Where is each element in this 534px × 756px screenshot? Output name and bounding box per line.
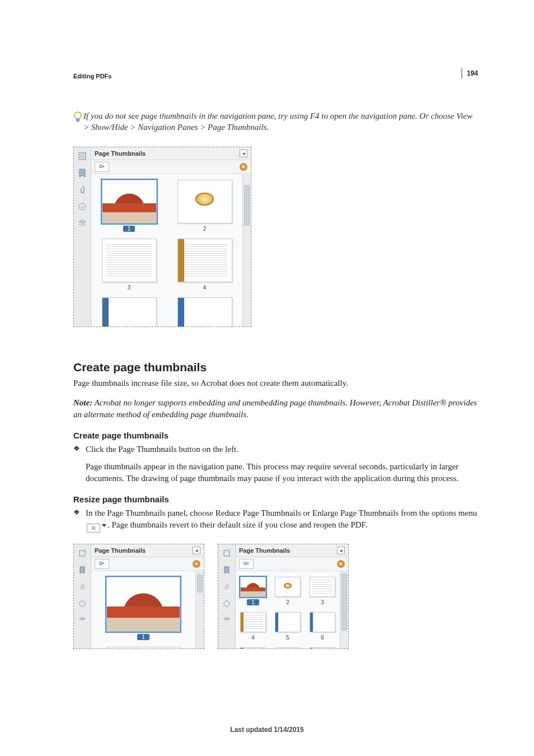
signatures-icon[interactable] bbox=[77, 598, 88, 609]
svg-point-9 bbox=[224, 601, 229, 606]
note-label: Note: bbox=[73, 398, 92, 407]
page-thumbnails-icon[interactable] bbox=[221, 548, 232, 559]
options-menu-icon[interactable]: ⧉▾ bbox=[239, 559, 254, 569]
signatures-icon[interactable] bbox=[221, 598, 232, 609]
panel-collapse-icon[interactable]: ◂ bbox=[193, 547, 200, 554]
nav-rail bbox=[74, 147, 91, 326]
page-thumbnails-icon[interactable] bbox=[77, 548, 88, 559]
page-thumbnail[interactable]: 6 bbox=[171, 297, 238, 326]
step-create-para: Page thumbnails appear in the navigation… bbox=[73, 461, 478, 484]
section-title-create: Create page thumbnails bbox=[73, 361, 478, 374]
step-create: Click the Page Thumbnails button on the … bbox=[73, 444, 478, 455]
page-thumbnail[interactable]: 9 bbox=[310, 647, 335, 648]
tip: If you do not see page thumbnails in the… bbox=[73, 110, 478, 133]
page-thumbnail[interactable]: 6 bbox=[310, 612, 335, 641]
layers-icon[interactable] bbox=[77, 615, 88, 626]
panel-close-icon[interactable]: ✕ bbox=[193, 560, 200, 568]
svg-rect-8 bbox=[224, 550, 229, 556]
thumb-page-number: 2 bbox=[286, 599, 289, 605]
thumb-page-number: 1 bbox=[123, 226, 135, 232]
panel-close-icon[interactable]: ✕ bbox=[337, 560, 345, 568]
thumbnails-grid: 123456789 bbox=[240, 577, 335, 648]
subhead-create: Create page thumbnails bbox=[73, 431, 478, 440]
thumb-page-number: 5 bbox=[286, 634, 289, 641]
panel-title: Page Thumbnails bbox=[95, 547, 146, 554]
thumbnails-grid: 12 bbox=[96, 577, 191, 648]
page-thumbnail[interactable]: 8 bbox=[275, 647, 301, 648]
figure-thumbnails-enlarged: Page Thumbnails ◂ ⧉▾ ✕ 12 bbox=[73, 544, 204, 649]
figure-thumbnails-reduced: Page Thumbnails ◂ ⧉▾ ✕ 123456789 bbox=[218, 544, 349, 649]
step-resize-post: . Page thumbnails revert to their defaul… bbox=[107, 520, 368, 529]
page-thumbnail[interactable]: 2 bbox=[96, 647, 191, 648]
page-thumbnail[interactable]: 2 bbox=[275, 577, 301, 605]
options-menu-inline-icon: ⧉ bbox=[87, 524, 100, 533]
thumb-page-number: 3 bbox=[321, 599, 324, 605]
section-create-para: Page thumbnails increase file size, so A… bbox=[73, 377, 478, 389]
figure-page-thumbnails-panel: Page Thumbnails ◂ ⧉▾ ✕ 123456 bbox=[73, 147, 251, 327]
section-create-note: Note: Acrobat no longer supports embeddi… bbox=[73, 397, 478, 421]
svg-rect-4 bbox=[80, 154, 85, 158]
nav-rail bbox=[218, 544, 236, 648]
thumb-page-number: 2 bbox=[203, 226, 207, 232]
page-thumbnail[interactable]: 5 bbox=[96, 297, 162, 326]
thumb-page-number: 4 bbox=[203, 284, 207, 291]
vertical-scrollbar[interactable] bbox=[340, 571, 348, 648]
page-thumbnail[interactable]: 1 bbox=[240, 577, 266, 605]
svg-rect-1 bbox=[77, 119, 79, 121]
page-thumbnail[interactable]: 3 bbox=[96, 239, 162, 291]
page-thumbnail[interactable]: 5 bbox=[275, 612, 301, 641]
attachment-icon[interactable] bbox=[221, 581, 232, 592]
vertical-scrollbar[interactable] bbox=[242, 174, 251, 326]
svg-point-0 bbox=[74, 112, 81, 119]
footer-last-updated: Last updated 1/14/2015 bbox=[0, 726, 534, 734]
nav-rail bbox=[74, 544, 91, 648]
page-thumbnails-icon[interactable] bbox=[77, 151, 88, 162]
layers-icon[interactable] bbox=[77, 218, 88, 229]
page-thumbnail[interactable]: 4 bbox=[171, 239, 238, 291]
step-resize: In the Page Thumbnails panel, choose Red… bbox=[73, 507, 478, 533]
bookmark-icon[interactable] bbox=[221, 564, 232, 576]
svg-rect-6 bbox=[79, 550, 85, 556]
page-thumbnail[interactable]: 1 bbox=[96, 180, 162, 232]
options-menu-icon[interactable]: ⧉▾ bbox=[95, 559, 109, 569]
subhead-resize: Resize page thumbnails bbox=[73, 494, 478, 504]
page-number: 194 bbox=[461, 68, 478, 78]
panel-title: Page Thumbnails bbox=[95, 150, 146, 157]
lightbulb-icon bbox=[73, 111, 83, 126]
bookmark-icon[interactable] bbox=[77, 167, 88, 179]
thumbnails-grid: 123456 bbox=[96, 180, 238, 326]
page-thumbnail[interactable]: 1 bbox=[96, 577, 191, 640]
page-thumbnail[interactable]: 7 bbox=[240, 647, 266, 648]
attachment-icon[interactable] bbox=[77, 184, 88, 195]
thumb-page-number: 4 bbox=[251, 634, 255, 641]
options-menu-icon[interactable]: ⧉▾ bbox=[95, 162, 109, 172]
chapter-heading: Editing PDFs bbox=[73, 73, 478, 80]
tip-text: If you do not see page thumbnails in the… bbox=[83, 110, 478, 133]
page-thumbnail[interactable]: 4 bbox=[240, 612, 266, 641]
step-resize-pre: In the Page Thumbnails panel, choose Red… bbox=[86, 508, 477, 517]
thumb-page-number: 1 bbox=[137, 634, 149, 640]
panel-collapse-icon[interactable]: ◂ bbox=[337, 547, 345, 554]
thumb-page-number: 3 bbox=[128, 284, 131, 291]
note-text: Acrobat no longer supports embedding and… bbox=[73, 398, 477, 419]
vertical-scrollbar[interactable] bbox=[195, 571, 204, 648]
svg-point-7 bbox=[79, 601, 85, 606]
page-thumbnail[interactable]: 2 bbox=[171, 180, 238, 232]
svg-point-5 bbox=[79, 203, 86, 210]
dropdown-caret-icon bbox=[102, 524, 106, 527]
thumb-page-number: 6 bbox=[321, 634, 324, 641]
attachment-icon[interactable] bbox=[77, 581, 88, 592]
layers-icon[interactable] bbox=[221, 615, 232, 626]
panel-close-icon[interactable]: ✕ bbox=[240, 163, 247, 171]
bookmark-icon[interactable] bbox=[77, 564, 88, 576]
panel-collapse-icon[interactable]: ◂ bbox=[240, 150, 247, 157]
page-thumbnail[interactable]: 3 bbox=[310, 577, 335, 605]
signatures-icon[interactable] bbox=[77, 201, 88, 212]
panel-title: Page Thumbnails bbox=[239, 547, 290, 554]
thumb-page-number: 1 bbox=[247, 599, 259, 605]
